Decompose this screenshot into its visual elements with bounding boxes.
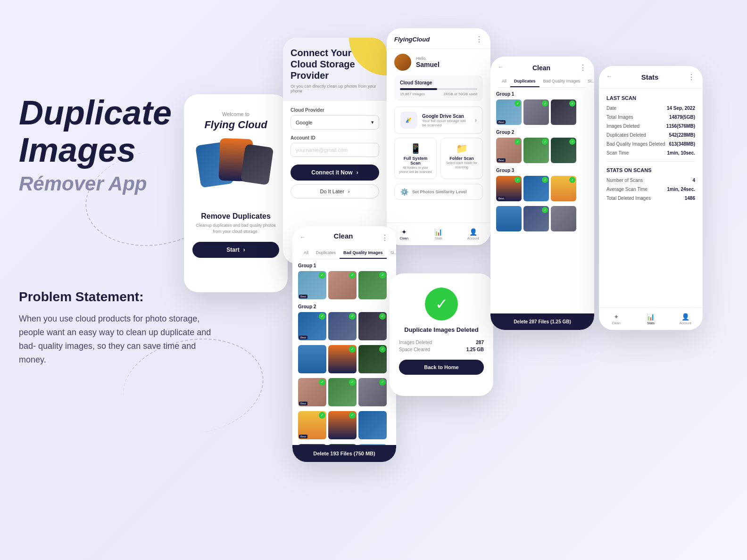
stats-divider <box>606 161 695 162</box>
delete-bar-p4[interactable]: Delete 193 Files (750 MB) <box>292 445 396 462</box>
group1-row-p6 <box>496 99 589 125</box>
dup-deleted-label: Duplicates Deleted <box>606 132 646 138</box>
total-images-label: Total Images <box>606 115 633 120</box>
clean-title-p4: Clean <box>334 232 353 240</box>
group1-label-p4: Group 1 <box>298 263 390 268</box>
back-arrow-p7[interactable]: ← <box>606 73 612 80</box>
photo-thumb[interactable] <box>298 378 326 406</box>
phone-welcome-content: Welcome to Flying Cloud Remove Duplicate… <box>184 94 288 292</box>
photo-thumb[interactable] <box>523 138 549 163</box>
nav-clean-p7[interactable]: ✦ Clean <box>599 308 633 330</box>
photo-thumb[interactable] <box>358 378 387 406</box>
photo-thumb[interactable] <box>496 138 522 163</box>
clean-icon-p7: ✦ <box>614 313 619 321</box>
full-system-sub: All folders in your phone will be scanne… <box>398 165 432 174</box>
photo-thumb[interactable] <box>358 345 387 373</box>
nav-account-p7[interactable]: 👤 Account <box>668 308 703 330</box>
more-menu-icon[interactable]: ⋮ <box>475 35 483 44</box>
tab-all-p6[interactable]: All <box>498 76 510 87</box>
photo-thumb[interactable] <box>328 345 357 373</box>
photo-thumb[interactable] <box>328 312 357 340</box>
more-menu-p7[interactable]: ⋮ <box>688 73 695 82</box>
back-arrow-p6[interactable]: ← <box>498 64 504 70</box>
delete-bar-p6[interactable]: Delete 287 Files (1.25 GB) <box>490 313 594 330</box>
photo-thumb[interactable] <box>496 176 522 201</box>
more-menu-p4[interactable]: ⋮ <box>381 233 389 242</box>
phone-home: FlyingCloud ⋮ Hello, Samuel Cloud Storag… <box>387 28 490 245</box>
gear-icon: ⚙️ <box>400 188 408 196</box>
tab-sim-p6[interactable]: Si... <box>584 76 594 87</box>
more-menu-p6[interactable]: ⋮ <box>579 63 587 72</box>
photo-thumb[interactable] <box>298 271 326 299</box>
success-content: ✓ Duplicate Images Deleted Images Delete… <box>390 273 493 384</box>
nav-stats[interactable]: 📊 Stats <box>421 223 456 245</box>
folder-scan-card[interactable]: 📁 Folder Scan Select each folder for sca… <box>440 138 483 179</box>
photo-thumb[interactable] <box>551 99 576 125</box>
phone-connect-body: Cloud Provider Google ▾ Account ID yourn… <box>283 101 387 205</box>
photo-thumb[interactable] <box>496 206 522 231</box>
tab-bad-p6[interactable]: Bad Quality Images <box>540 76 584 87</box>
app-name-welcome: Flying Cloud <box>192 119 279 131</box>
remove-title: Remove Duplicates <box>192 212 279 221</box>
photo-thumb[interactable] <box>298 411 326 439</box>
similarity-row[interactable]: ⚙️ Set Photos Similarity Level <box>394 184 483 200</box>
user-name: Samuel <box>416 61 440 68</box>
photo-thumb[interactable] <box>523 99 549 125</box>
start-button[interactable]: Start › <box>192 242 279 258</box>
folder-title: Folder Scan <box>445 156 479 161</box>
back-arrow-icon[interactable]: ← <box>300 234 306 240</box>
stats-title: Stats <box>612 73 688 81</box>
photo-thumb[interactable] <box>328 411 357 439</box>
photo-thumb[interactable] <box>298 312 326 340</box>
photo-thumb[interactable] <box>328 378 357 406</box>
tab-all-p4[interactable]: All <box>300 247 312 259</box>
do-it-later-button[interactable]: Do It Later › <box>290 184 379 198</box>
google-drive-title: Google Drive Scan <box>422 114 470 119</box>
nav-stats-p7[interactable]: 📊 Stats <box>633 308 668 330</box>
phone-home-header: FlyingCloud ⋮ <box>387 28 490 49</box>
photo-thumb[interactable] <box>551 206 576 231</box>
total-deleted-value: 1486 <box>685 196 695 201</box>
space-cleared-label: Space Cleared <box>399 347 430 352</box>
hello-section: Hello, Samuel <box>387 49 490 75</box>
connect-now-button[interactable]: Connect it Now › <box>290 165 379 181</box>
group3-p6: Group 3 <box>496 168 589 173</box>
total-images-row: Total Images 14879(5GB) <box>606 115 695 120</box>
cloud-provider-select[interactable]: Google ▾ <box>290 115 379 130</box>
tab-duplicates-p4[interactable]: Duplicates <box>312 247 340 259</box>
phone-welcome: Welcome to Flying Cloud Remove Duplicate… <box>184 94 288 292</box>
google-drive-icon <box>400 112 417 129</box>
account-id-input[interactable]: yourname@gmail.com <box>290 143 379 157</box>
dup-deleted-value: 542(228MB) <box>669 132 695 138</box>
account-icon-p7: 👤 <box>681 313 689 321</box>
num-scans-label: Number of Scans <box>606 178 643 183</box>
photo-thumb[interactable] <box>358 312 387 340</box>
photo-thumb[interactable] <box>358 411 387 439</box>
space-cleared-value: 1.25 GB <box>466 347 484 352</box>
clean-title-p6: Clean <box>532 64 550 72</box>
photo-thumb[interactable] <box>328 271 357 299</box>
photo-thumb[interactable] <box>298 345 326 373</box>
google-drive-scan-card[interactable]: Google Drive Scan Your full cloud storag… <box>394 107 483 134</box>
tab-bad-quality-p4[interactable]: Bad Quality Images <box>340 247 387 259</box>
photo-thumb[interactable] <box>496 99 522 125</box>
photo-thumb[interactable] <box>551 176 576 201</box>
photo-thumb[interactable] <box>523 176 549 201</box>
images-deleted-label-p7: Images Deleted <box>606 124 639 129</box>
connect-subtitle: Or you can directly clean up photos from… <box>290 84 379 93</box>
photo-thumb[interactable] <box>523 206 549 231</box>
avg-scan-row: Average Scan Time 1min, 24sec. <box>606 187 695 192</box>
date-label: Date <box>606 106 616 111</box>
photo-thumb[interactable] <box>551 138 576 163</box>
bad-quality-label: Bad Quality Images Deleted <box>606 141 665 147</box>
tab-sim-p4[interactable]: Si... <box>387 247 396 259</box>
photo-thumb[interactable] <box>358 271 387 299</box>
full-system-scan-card[interactable]: 📱 Full System Scan All folders in your p… <box>394 138 437 179</box>
nav-account[interactable]: 👤 Account <box>456 223 490 245</box>
hello-text: Hello, <box>416 56 440 61</box>
group3-row-p6 <box>496 176 589 201</box>
back-home-button[interactable]: Back to Home <box>399 360 484 375</box>
scan-time-label: Scan Time <box>606 150 629 156</box>
scan-time-value: 1min, 10sec. <box>667 150 695 156</box>
tab-duplicates-p6[interactable]: Duplicates <box>510 76 540 87</box>
